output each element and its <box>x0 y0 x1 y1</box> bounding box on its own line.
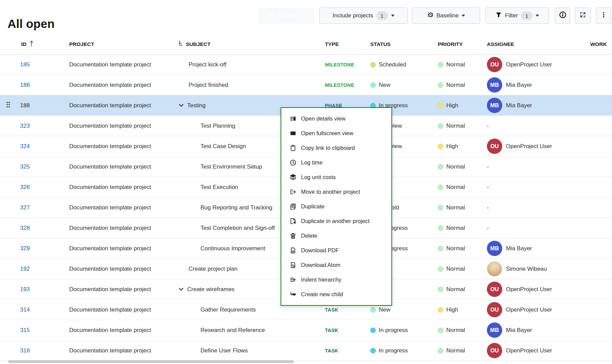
menu-item-create-new-child[interactable]: Create new child <box>281 287 391 302</box>
work-cell <box>580 320 612 340</box>
work-package-id-link[interactable]: 327 <box>20 204 30 211</box>
priority-label: Normal <box>446 204 465 211</box>
column-header-project[interactable]: PROJECT <box>66 34 176 54</box>
column-header-assignee[interactable]: ASSIGNEE <box>484 34 580 54</box>
filter-button[interactable]: Filter 1 <box>486 7 549 24</box>
baseline-label: Baseline <box>436 12 459 19</box>
project-name: Documentation template project <box>69 347 151 354</box>
project-name: Documentation template project <box>69 306 151 313</box>
priority-label: Normal <box>446 61 465 68</box>
priority-dot <box>438 62 443 67</box>
status-label: New <box>379 306 390 313</box>
menu-item-label: Download PDF <box>301 247 339 254</box>
caret-down-icon <box>391 15 394 17</box>
menu-item-open-details-view[interactable]: Open details view <box>281 111 391 126</box>
menu-item-delete[interactable]: Delete <box>281 228 391 243</box>
caret-down-icon <box>536 15 539 17</box>
drag-handle-icon[interactable] <box>6 101 11 110</box>
priority-dot <box>438 205 443 210</box>
column-header-work[interactable]: WORK <box>580 34 612 54</box>
menu-item-indent-hierarchy[interactable]: Indent hierarchy <box>281 272 391 287</box>
priority-label: Normal <box>446 123 465 129</box>
baseline-button[interactable]: Baseline <box>412 7 480 24</box>
menu-item-open-fullscreen-view[interactable]: Open fullscreen view <box>281 126 391 141</box>
work-package-id-link[interactable]: 325 <box>20 163 30 170</box>
project-name: Documentation template project <box>69 225 151 232</box>
work-package-id-link[interactable]: 193 <box>20 286 30 293</box>
work-package-id-link[interactable]: 316 <box>20 347 30 354</box>
filter-label: Filter <box>505 12 518 19</box>
fullscreen-toggle-button[interactable] <box>575 7 591 24</box>
work-package-id-link[interactable]: 329 <box>20 245 30 252</box>
info-button[interactable] <box>555 7 570 24</box>
menu-item-download-pdf[interactable]: PDFDownload PDF <box>281 243 391 258</box>
menu-item-label: Move to another project <box>301 189 360 195</box>
avatar-initials: OU <box>487 139 502 154</box>
priority-dot <box>438 348 443 353</box>
table-row[interactable]: 316Documentation template projectDefine … <box>0 341 612 361</box>
details-view-icon <box>290 115 296 122</box>
include-projects-button[interactable]: Include projects 1 <box>319 7 408 24</box>
type-label: TASK <box>325 307 338 313</box>
horizontal-scrollbar-thumb[interactable] <box>8 360 294 363</box>
file-pdf-icon: PDF <box>290 247 296 254</box>
menu-item-label: Create new child <box>301 291 343 298</box>
work-package-id-link[interactable]: 323 <box>20 123 30 129</box>
collapse-chevron-icon[interactable] <box>178 286 184 292</box>
status-label: Scheduled <box>379 61 406 68</box>
avatar-initials: OU <box>487 282 502 297</box>
project-name: Documentation template project <box>69 82 151 89</box>
assignee-empty: - <box>487 204 489 211</box>
menu-item-duplicate-in-another-project[interactable]: Duplicate in another project <box>281 214 391 228</box>
work-package-id-link[interactable]: 186 <box>20 82 30 89</box>
column-header-type[interactable]: TYPE <box>322 34 368 54</box>
column-header-priority[interactable]: PRIORITY <box>435 34 484 54</box>
work-package-id-link[interactable]: 188 <box>20 102 30 109</box>
column-header-subject[interactable]: SUBJECT <box>176 34 322 54</box>
work-package-context-menu: Open details viewOpen fullscreen viewCop… <box>281 107 392 306</box>
work-package-id-link[interactable]: 192 <box>20 266 30 272</box>
column-header-id[interactable]: ID <box>16 34 66 54</box>
table-row[interactable]: 186Documentation template projectProject… <box>0 75 612 95</box>
column-header-status[interactable]: STATUS <box>368 34 435 54</box>
priority-label: High <box>446 143 458 150</box>
create-button[interactable]: Create <box>258 7 314 24</box>
work-package-id-link[interactable]: 324 <box>20 143 30 150</box>
create-button-label: Create <box>278 12 296 19</box>
work-cell <box>580 259 612 279</box>
table-row[interactable]: 315Documentation template projectResearc… <box>0 320 612 341</box>
menu-item-log-time[interactable]: Log time <box>281 155 391 170</box>
work-package-id-link[interactable]: 326 <box>20 184 30 191</box>
priority-label: Normal <box>446 266 465 272</box>
clipboard-icon <box>290 145 296 151</box>
subject-text: Bug Reporting and Tracking <box>200 204 272 211</box>
menu-item-log-unit-costs[interactable]: Log unit costs <box>281 170 391 185</box>
work-package-id-link[interactable]: 328 <box>20 225 30 232</box>
header-handle-spacer <box>0 34 16 54</box>
subject-text: Create project plan <box>189 266 238 272</box>
more-options-button[interactable] <box>596 7 611 24</box>
avatar-initials: MB <box>487 98 502 113</box>
filter-badge: 1 <box>521 11 533 20</box>
avatar-initials: OU <box>487 302 502 317</box>
status-label: New <box>379 82 390 89</box>
work-cell <box>580 177 612 197</box>
menu-item-copy-link-to-clipboard[interactable]: Copy link to clipboard <box>281 141 391 155</box>
baseline-icon <box>427 12 433 20</box>
include-projects-label: Include projects <box>332 12 373 19</box>
work-package-id-link[interactable]: 314 <box>20 306 30 313</box>
status-dot <box>370 82 376 88</box>
subject-text: Test Case Design <box>200 143 246 150</box>
assignee-empty: - <box>487 123 489 129</box>
work-package-id-link[interactable]: 315 <box>20 327 30 334</box>
collapse-chevron-icon[interactable] <box>178 102 184 108</box>
menu-item-move-to-another-project[interactable]: Move to another project <box>281 185 391 199</box>
menu-item-duplicate[interactable]: Duplicate <box>281 199 391 214</box>
table-header: ID PROJECT SUBJECT TYPE STATUS PRIORITY … <box>0 34 612 54</box>
work-package-id-link[interactable]: 185 <box>20 61 30 68</box>
priority-label: Normal <box>446 327 465 334</box>
menu-item-download-atom[interactable]: Download Atom <box>281 258 391 272</box>
avatar-initials: MB <box>487 77 502 93</box>
table-row[interactable]: 185Documentation template projectProject… <box>0 54 612 75</box>
status-dot <box>370 62 376 67</box>
